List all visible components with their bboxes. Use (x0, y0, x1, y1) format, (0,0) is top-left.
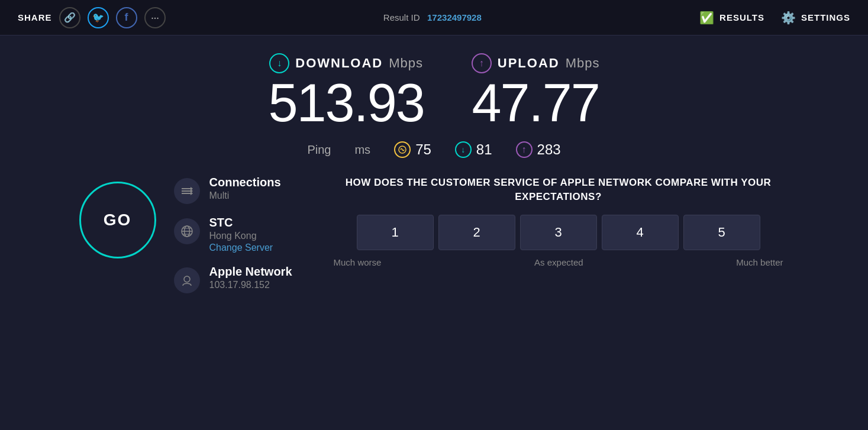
isp-row: Apple Network 103.17.98.152 (174, 265, 292, 293)
svg-point-12 (184, 276, 190, 282)
upload-unit: Mbps (566, 56, 600, 71)
results-label: RESULTS (719, 12, 764, 22)
ping-upload-icon: ↑ (516, 141, 533, 158)
download-value: 513.93 (269, 76, 424, 130)
go-button[interactable]: GO (79, 182, 156, 258)
download-unit: Mbps (389, 56, 423, 71)
ping-idle-icon (394, 141, 411, 158)
rating-1[interactable]: 1 (357, 215, 434, 250)
isp-ip: 103.17.98.152 (209, 280, 292, 290)
server-name: STC (209, 216, 273, 229)
upload-block: ↑ UPLOAD Mbps 47.77 (472, 53, 600, 130)
main-content: ↓ DOWNLOAD Mbps 513.93 ↑ UPLOAD Mbps 47.… (0, 35, 868, 430)
share-section: SHARE 🔗 🐦 f ··· (18, 7, 166, 28)
rating-5[interactable]: 5 (683, 215, 760, 250)
results-icon: ✅ (699, 11, 715, 25)
result-prefix: Result ID (383, 12, 420, 22)
more-icon[interactable]: ··· (144, 7, 166, 28)
connections-title: Connections (209, 176, 281, 189)
server-row: STC Hong Kong Change Server (174, 216, 292, 253)
info-panel: Connections Multi (174, 176, 292, 293)
connections-text: Connections Multi (209, 176, 281, 201)
survey-panel: HOW DOES THE CUSTOMER SERVICE OF APPLE N… (328, 176, 789, 267)
ping-idle-value: 75 (415, 141, 431, 158)
nav-section: ✅ RESULTS ⚙️ SETTINGS (699, 11, 850, 25)
result-id[interactable]: 17232497928 (427, 12, 482, 22)
isp-text: Apple Network 103.17.98.152 (209, 265, 292, 290)
ping-upload-value: 283 (537, 141, 561, 158)
go-button-wrapper: GO (79, 182, 156, 258)
download-title: DOWNLOAD (295, 56, 383, 71)
settings-icon: ⚙️ (781, 11, 796, 25)
rating-2[interactable]: 2 (438, 215, 515, 250)
svg-marker-6 (191, 192, 193, 195)
link-icon[interactable]: 🔗 (59, 7, 80, 28)
settings-label: SETTINGS (801, 12, 850, 22)
server-icon (174, 218, 200, 244)
download-label-row: ↓ DOWNLOAD Mbps (269, 53, 424, 73)
change-server-link[interactable]: Change Server (209, 243, 273, 253)
rating-4[interactable]: 4 (602, 215, 679, 250)
server-text: STC Hong Kong Change Server (209, 216, 273, 253)
ping-label: Ping (307, 143, 331, 157)
label-as-expected: As expected (534, 257, 583, 267)
ping-unit: ms (354, 143, 370, 157)
isp-icon (174, 267, 200, 293)
upload-label-row: ↑ UPLOAD Mbps (472, 53, 600, 73)
connections-value: Multi (209, 190, 281, 201)
connections-icon (174, 178, 200, 204)
label-much-better: Much better (736, 257, 783, 267)
upload-value: 47.77 (472, 76, 600, 130)
survey-question: HOW DOES THE CUSTOMER SERVICE OF APPLE N… (328, 176, 789, 204)
settings-nav[interactable]: ⚙️ SETTINGS (781, 11, 850, 25)
ping-download-value: 81 (476, 141, 492, 158)
download-icon: ↓ (269, 53, 289, 73)
left-panel: GO Conn (79, 176, 292, 293)
ping-download: ↓ 81 (455, 141, 492, 158)
result-id-section: Result ID 17232497928 (383, 12, 482, 22)
label-much-worse: Much worse (334, 257, 382, 267)
rating-3[interactable]: 3 (520, 215, 597, 250)
ping-download-icon: ↓ (455, 141, 472, 158)
results-nav[interactable]: ✅ RESULTS (699, 11, 764, 25)
rating-buttons: 1 2 3 4 5 (328, 215, 789, 250)
topbar: SHARE 🔗 🐦 f ··· Result ID 17232497928 ✅ … (0, 0, 868, 35)
rating-labels: Much worse As expected Much better (328, 257, 789, 267)
ping-idle: 75 (394, 141, 431, 158)
bottom-section: GO Conn (79, 176, 789, 293)
server-location: Hong Kong (209, 231, 273, 241)
facebook-icon[interactable]: f (116, 7, 137, 28)
twitter-icon[interactable]: 🐦 (88, 7, 109, 28)
isp-title: Apple Network (209, 265, 292, 279)
upload-icon: ↑ (472, 53, 492, 73)
ping-row: Ping ms 75 ↓ 81 ↑ 283 (307, 141, 560, 158)
connections-row: Connections Multi (174, 176, 292, 204)
ping-upload: ↑ 283 (516, 141, 561, 158)
upload-title: UPLOAD (498, 56, 560, 71)
download-block: ↓ DOWNLOAD Mbps 513.93 (269, 53, 424, 130)
share-label: SHARE (18, 12, 52, 22)
speed-section: ↓ DOWNLOAD Mbps 513.93 ↑ UPLOAD Mbps 47.… (269, 53, 600, 130)
